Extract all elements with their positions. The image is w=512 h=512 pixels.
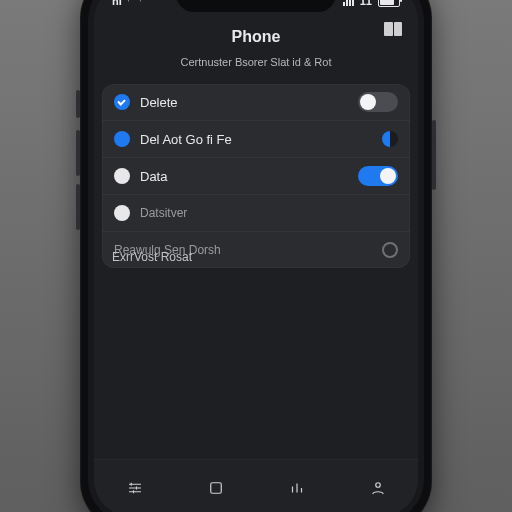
toggle-data[interactable] — [358, 166, 398, 186]
tab-box[interactable] — [205, 477, 227, 499]
status-left-text: hI — [112, 0, 122, 7]
svg-point-1 — [375, 483, 380, 488]
row-data[interactable]: Data — [102, 158, 410, 195]
phone-frame: hI 11 Phone Certnuster Bsorer Slat — [80, 0, 432, 512]
row-label: Datsitver — [140, 206, 398, 220]
tab-bar — [94, 459, 418, 512]
person-icon — [369, 479, 387, 497]
toggle-half[interactable] — [382, 131, 398, 147]
volume-up-button[interactable] — [76, 130, 80, 176]
toggle-delete[interactable] — [358, 92, 398, 112]
row-delete[interactable]: Delete — [102, 84, 410, 121]
dot-icon — [114, 131, 130, 147]
row-label: Data — [140, 169, 358, 184]
battery-icon — [378, 0, 400, 7]
tab-profile[interactable] — [367, 477, 389, 499]
row-label: Del Aot Go fi Fe — [140, 132, 382, 147]
volume-down-button[interactable] — [76, 184, 80, 230]
tab-chart[interactable] — [286, 477, 308, 499]
page-title: Phone — [232, 28, 281, 46]
dot-icon — [114, 168, 130, 184]
wifi-icon — [128, 0, 141, 6]
notch — [176, 0, 336, 12]
row-label: Delete — [140, 95, 358, 110]
page-header: Phone Certnuster Bsorer Slat id & Rot — [94, 26, 418, 82]
settings-list: Delete Del Aot Go fi Fe Data — [102, 84, 410, 268]
tab-sliders[interactable] — [124, 477, 146, 499]
row-datsitver[interactable]: Datsitver — [102, 195, 410, 232]
dot-icon — [114, 205, 130, 221]
square-icon — [207, 479, 225, 497]
svg-rect-0 — [210, 483, 221, 494]
screen: hI 11 Phone Certnuster Bsorer Slat — [94, 0, 418, 512]
power-button[interactable] — [432, 120, 436, 190]
check-circle-icon — [114, 94, 130, 110]
reset-link[interactable]: ExrrVost Rosat — [112, 244, 400, 270]
mute-switch[interactable] — [76, 90, 80, 118]
page-subtitle: Certnuster Bsorer Slat id & Rot — [180, 56, 331, 68]
bars-icon — [288, 479, 306, 497]
sliders-icon — [126, 479, 144, 497]
status-right-text: 11 — [360, 0, 372, 7]
links-block: ExrrVost Rosat — [112, 244, 400, 270]
row-del-aot[interactable]: Del Aot Go fi Fe — [102, 121, 410, 158]
signal-icon — [343, 0, 354, 6]
